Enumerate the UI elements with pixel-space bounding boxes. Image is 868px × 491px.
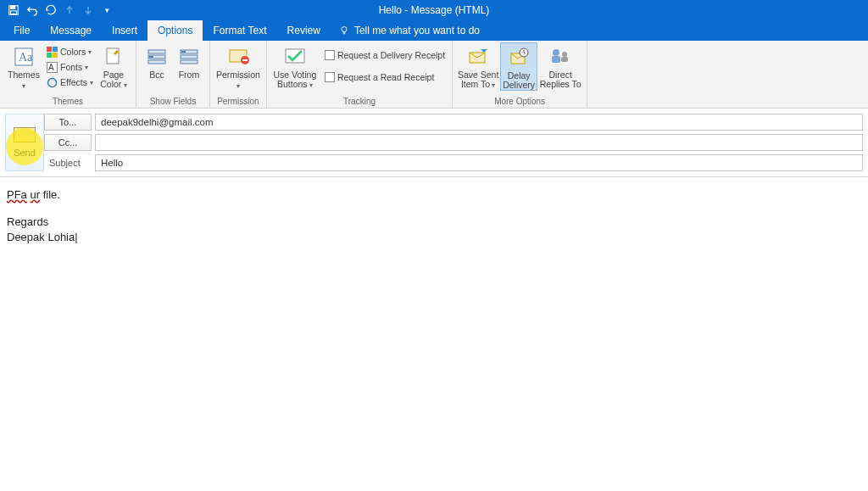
subject-row: Subject	[44, 154, 863, 171]
bcc-icon	[144, 44, 170, 70]
to-field[interactable]	[101, 117, 857, 127]
themes-icon: Aa	[11, 44, 36, 70]
next-item-icon[interactable]	[81, 3, 95, 17]
group-tracking: Use Voting Buttons Request a Delivery Re…	[267, 41, 453, 108]
svg-rect-24	[242, 59, 248, 61]
tab-format-text[interactable]: Format Text	[203, 20, 276, 41]
svg-rect-1	[11, 6, 15, 9]
group-label-show-fields: Show Fields	[142, 96, 204, 108]
redo-icon[interactable]	[44, 3, 58, 17]
save-sent-icon	[465, 44, 491, 70]
from-icon	[176, 44, 202, 70]
spell-error: PFa	[7, 188, 27, 201]
checkbox-icon	[325, 50, 335, 60]
svg-rect-32	[561, 57, 568, 62]
qat-customize-icon[interactable]: ▾	[100, 3, 114, 17]
tell-me-label: Tell me what you want to do	[354, 25, 480, 36]
tab-options[interactable]: Options	[147, 20, 203, 41]
group-themes: Aa Themes Colors ▾ A Fonts ▾ Effects ▾	[0, 41, 136, 108]
svg-rect-7	[53, 47, 58, 52]
effects-icon	[46, 76, 58, 88]
save-icon[interactable]	[7, 3, 20, 17]
compose-header: Send To... Cc... Subject	[0, 109, 868, 177]
svg-point-31	[562, 52, 567, 57]
title-subject: Hello	[379, 4, 402, 16]
svg-text:Aa: Aa	[19, 51, 33, 64]
tell-me-search[interactable]: Tell me what you want to do	[331, 20, 480, 41]
tab-review[interactable]: Review	[277, 20, 331, 41]
permission-icon	[225, 44, 251, 70]
group-label-permission: Permission	[215, 96, 261, 108]
svg-rect-17	[149, 56, 153, 58]
delay-delivery-icon	[506, 45, 531, 70]
group-permission: Permission Permission	[210, 41, 267, 108]
svg-rect-6	[47, 47, 52, 52]
title-mode: Message (HTML)	[411, 4, 490, 16]
subject-input[interactable]	[95, 154, 863, 171]
svg-rect-21	[181, 51, 186, 53]
checkbox-icon	[325, 72, 335, 82]
request-delivery-receipt-checkbox[interactable]: Request a Delivery Receipt	[323, 47, 447, 63]
group-label-themes: Themes	[5, 96, 131, 108]
to-input[interactable]	[95, 114, 863, 131]
quick-access-toolbar: ▾	[0, 3, 114, 17]
svg-rect-2	[11, 11, 17, 14]
svg-rect-16	[148, 60, 165, 64]
direct-replies-to-button[interactable]: Direct Replies To	[539, 42, 581, 89]
svg-rect-14	[148, 50, 165, 53]
svg-point-12	[47, 78, 56, 86]
delay-delivery-button[interactable]: Delay Delivery	[500, 42, 537, 91]
svg-rect-30	[552, 56, 560, 63]
cc-button[interactable]: Cc...	[44, 134, 92, 151]
ribbon: Aa Themes Colors ▾ A Fonts ▾ Effects ▾	[0, 41, 868, 109]
bcc-button[interactable]: Bcc	[142, 42, 172, 80]
send-button[interactable]: Send	[5, 114, 44, 171]
body-signature: Deepak Lohia|	[7, 230, 861, 245]
themes-button[interactable]: Aa Themes	[5, 42, 42, 91]
window-title: Hello - Message (HTML)	[0, 4, 868, 16]
tab-file[interactable]: File	[3, 20, 40, 41]
voting-buttons-button[interactable]: Use Voting Buttons	[272, 42, 318, 90]
svg-text:A: A	[48, 63, 54, 72]
prev-item-icon[interactable]	[63, 3, 76, 17]
text-caret-icon: |	[75, 231, 77, 243]
direct-replies-icon	[548, 44, 573, 70]
svg-rect-9	[53, 53, 58, 58]
to-row: To...	[44, 114, 863, 131]
page-color-button[interactable]: Page Color	[97, 42, 131, 90]
svg-point-29	[553, 49, 559, 56]
spell-error: ur	[30, 188, 40, 201]
cc-row: Cc...	[44, 134, 863, 151]
effects-button[interactable]: Effects ▾	[44, 75, 95, 90]
colors-icon	[46, 46, 58, 58]
svg-point-3	[342, 27, 347, 32]
fonts-icon: A	[46, 61, 58, 73]
cc-field[interactable]	[101, 137, 857, 148]
permission-button[interactable]: Permission	[215, 42, 261, 91]
request-read-receipt-checkbox[interactable]: Request a Read Receipt	[323, 70, 447, 85]
group-show-fields: Bcc From Show Fields	[136, 41, 210, 108]
tab-insert[interactable]: Insert	[102, 20, 147, 41]
undo-icon[interactable]	[25, 3, 39, 17]
colors-button[interactable]: Colors ▾	[44, 44, 95, 59]
svg-rect-8	[47, 53, 52, 58]
envelope-icon	[14, 127, 36, 142]
ribbon-tab-bar: File Message Insert Options Format Text …	[0, 20, 868, 41]
voting-icon	[282, 44, 308, 70]
body-line-1: PFa ur file.	[7, 187, 861, 203]
email-body[interactable]: PFa ur file. Regards Deepak Lohia|	[0, 177, 868, 255]
group-more-options: Save Sent Item To Delay Delivery Direct …	[453, 41, 587, 108]
page-color-icon	[101, 44, 126, 70]
save-sent-item-to-button[interactable]: Save Sent Item To	[458, 42, 498, 90]
svg-rect-19	[181, 55, 198, 59]
from-button[interactable]: From	[174, 42, 204, 80]
to-button[interactable]: To...	[44, 114, 92, 131]
fonts-button[interactable]: A Fonts ▾	[44, 59, 95, 75]
svg-rect-20	[181, 60, 198, 64]
subject-field[interactable]	[101, 158, 857, 168]
tab-message[interactable]: Message	[40, 20, 102, 41]
title-bar: ▾ Hello - Message (HTML)	[0, 0, 868, 20]
lightbulb-icon	[339, 25, 349, 36]
cc-input[interactable]	[95, 134, 863, 151]
group-label-more-options: More Options	[458, 96, 581, 108]
